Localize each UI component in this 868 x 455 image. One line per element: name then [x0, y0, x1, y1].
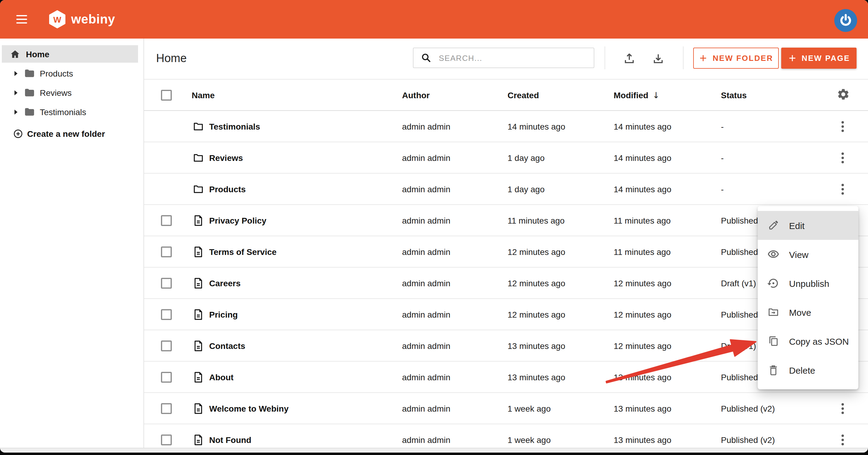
row-modified: 12 minutes ago [614, 310, 671, 319]
sidebar-item-products[interactable]: Products [0, 64, 144, 83]
row-created: 13 minutes ago [507, 341, 565, 351]
row-created: 1 day ago [507, 153, 545, 162]
move-folder-icon [767, 306, 779, 318]
row-actions-kebab-icon[interactable] [837, 402, 849, 415]
row-status: - [721, 153, 724, 162]
row-actions-kebab-icon[interactable] [837, 120, 849, 133]
row-created: 1 week ago [507, 435, 551, 445]
row-actions-kebab-icon[interactable] [837, 151, 849, 164]
row-name[interactable]: Privacy Policy [209, 216, 267, 225]
row-name[interactable]: Contacts [209, 341, 245, 351]
folder-icon [192, 120, 204, 132]
webiny-hexagon-icon: W [49, 10, 66, 28]
row-status: - [721, 122, 724, 131]
hamburger-menu-icon[interactable] [16, 15, 27, 24]
webiny-wordmark: webiny [71, 12, 115, 27]
row-modified: 13 minutes ago [614, 403, 671, 413]
row-name[interactable]: Welcome to Webiny [209, 403, 288, 413]
user-avatar[interactable] [834, 9, 857, 32]
column-header-name[interactable]: Name [192, 90, 215, 100]
row-checkbox[interactable] [161, 340, 172, 351]
row-created: 13 minutes ago [507, 372, 565, 382]
row-status: - [721, 184, 724, 194]
row-actions-kebab-icon[interactable] [837, 182, 849, 196]
column-header-status[interactable]: Status [721, 90, 747, 100]
row-name[interactable]: About [209, 372, 234, 382]
row-status: Published [721, 216, 758, 225]
menu-item-delete[interactable]: Delete [758, 356, 858, 385]
plus-icon [788, 54, 797, 63]
row-name[interactable]: Pricing [209, 310, 238, 319]
row-modified: 13 minutes ago [614, 435, 671, 445]
context-menu-item-label: Edit [789, 220, 805, 230]
row-created: 11 minutes ago [507, 216, 564, 225]
new-folder-button[interactable]: NEW FOLDER [693, 47, 779, 69]
import-upload-icon[interactable] [623, 52, 636, 65]
sidebar-folder-label: Testimonials [40, 107, 86, 117]
sidebar-item-home[interactable]: Home [2, 45, 138, 63]
sidebar-item-reviews[interactable]: Reviews [0, 83, 144, 102]
page-document-icon [192, 433, 204, 446]
menu-item-view[interactable]: View [758, 240, 858, 269]
row-modified: 14 minutes ago [614, 153, 671, 162]
table-settings-gear-icon[interactable] [837, 87, 850, 101]
row-name[interactable]: Testimonials [209, 122, 260, 131]
browser-window: W webiny Home Products [0, 0, 868, 453]
top-app-bar: W webiny [0, 0, 868, 39]
sidebar-item-testimonials[interactable]: Testimonials [0, 102, 144, 122]
row-author: admin admin [402, 278, 450, 288]
row-checkbox[interactable] [161, 403, 172, 414]
search-input[interactable] [438, 53, 594, 63]
page-document-icon [192, 402, 204, 414]
context-menu-item-label: Copy as JSON [789, 336, 849, 346]
select-all-checkbox[interactable] [161, 90, 172, 100]
row-name[interactable]: Products [209, 184, 246, 194]
table-row-welcome-to-webiny[interactable]: Welcome to Webiny admin admin 1 week ago… [144, 393, 868, 424]
row-checkbox[interactable] [161, 246, 172, 257]
search-box [413, 47, 594, 68]
row-modified: 14 minutes ago [614, 122, 671, 131]
table-header: Name Author Created Modified↓ Status [144, 79, 868, 111]
row-checkbox[interactable] [161, 434, 172, 445]
menu-item-move[interactable]: Move [758, 298, 858, 327]
webiny-logo[interactable]: W webiny [49, 10, 115, 28]
row-author: admin admin [402, 184, 450, 194]
table-row-products[interactable]: Products admin admin 1 day ago 14 minute… [144, 173, 868, 205]
row-actions-kebab-icon[interactable] [837, 433, 849, 446]
copy-icon [767, 335, 779, 347]
menu-item-edit[interactable]: Edit [758, 211, 858, 240]
row-status: Published (v2) [721, 403, 775, 413]
page-document-icon [192, 339, 204, 352]
table-row-testimonials[interactable]: Testimonials admin admin 14 minutes ago … [144, 111, 868, 142]
caret-right-icon[interactable] [14, 109, 18, 115]
row-author: admin admin [402, 216, 450, 225]
create-folder-button[interactable]: Create a new folder [0, 126, 105, 141]
new-folder-label: NEW FOLDER [713, 54, 773, 63]
row-name[interactable]: Careers [209, 278, 241, 288]
row-status: Published [721, 247, 758, 256]
menu-item-unpublish[interactable]: Unpublish [758, 269, 858, 298]
row-checkbox[interactable] [161, 278, 172, 288]
row-checkbox[interactable] [161, 371, 172, 382]
caret-right-icon[interactable] [14, 70, 18, 76]
row-author: admin admin [402, 372, 450, 382]
row-status: Draft (v1) [721, 341, 756, 351]
row-name[interactable]: Not Found [209, 435, 251, 445]
table-row-reviews[interactable]: Reviews admin admin 1 day ago 14 minutes… [144, 142, 868, 173]
caret-right-icon[interactable] [14, 90, 18, 96]
column-header-created[interactable]: Created [507, 90, 539, 100]
new-page-label: NEW PAGE [802, 54, 850, 63]
row-name[interactable]: Reviews [209, 153, 243, 162]
menu-item-copy-as-json[interactable]: Copy as JSON [758, 327, 858, 356]
row-author: admin admin [402, 153, 450, 162]
column-header-modified[interactable]: Modified↓ [614, 90, 660, 100]
export-download-icon[interactable] [652, 52, 665, 65]
table-row-not-found[interactable]: Not Found admin admin 1 week ago 13 minu… [144, 424, 868, 448]
new-page-button[interactable]: NEW PAGE [781, 47, 857, 69]
power-icon [838, 13, 854, 28]
column-header-author[interactable]: Author [402, 90, 430, 100]
row-checkbox[interactable] [161, 309, 172, 320]
row-name[interactable]: Terms of Service [209, 247, 277, 256]
row-status: Published [721, 310, 758, 319]
row-checkbox[interactable] [161, 215, 172, 226]
